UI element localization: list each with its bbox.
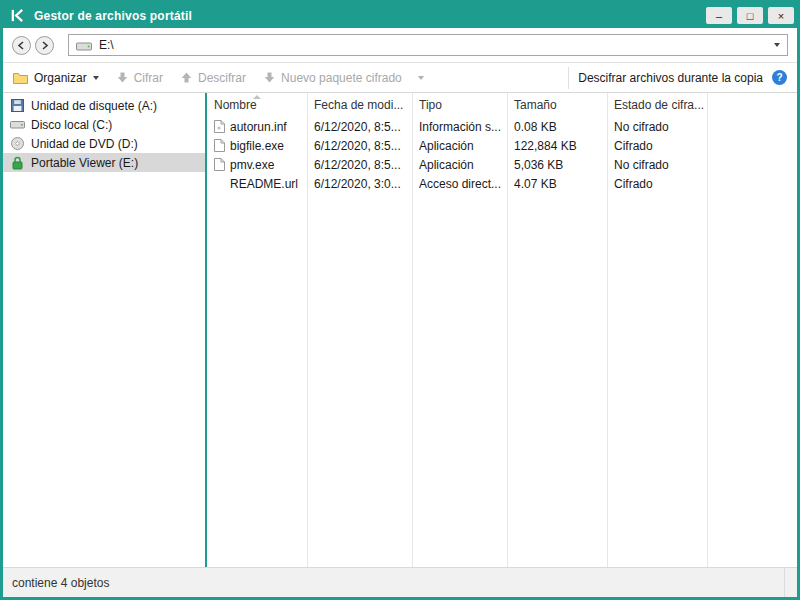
sort-ascending-icon	[253, 98, 261, 99]
new-encrypted-package-button[interactable]: Nuevo paquete cifrado	[264, 71, 424, 85]
file-type: Aplicación	[412, 158, 507, 172]
address-dropdown-icon[interactable]	[774, 43, 780, 47]
resize-grip[interactable]	[784, 568, 797, 597]
sidebar-item-floppy-a[interactable]: Unidad de disquete (A:)	[3, 96, 205, 115]
status-bar: contiene 4 objetos	[3, 567, 797, 597]
sidebar-item-dvd-d[interactable]: Unidad de DVD (D:)	[3, 134, 205, 153]
close-button[interactable]: ×	[768, 7, 794, 24]
forward-arrow-icon	[40, 41, 49, 50]
file-modified: 6/12/2020, 8:5...	[307, 139, 412, 153]
table-row[interactable]: pmv.exe 6/12/2020, 8:5... Aplicación 5,0…	[207, 155, 797, 174]
table-row[interactable]: README.url 6/12/2020, 3:0... Acceso dire…	[207, 174, 797, 193]
file-modified: 6/12/2020, 3:0...	[307, 177, 412, 191]
content-area: Unidad de disquete (A:) Disco local (C:)…	[3, 93, 797, 567]
floppy-drive-icon	[9, 99, 25, 112]
toolbar: Organizar Cifrar Descifrar Nuevo paquete…	[3, 62, 797, 93]
dvd-drive-icon	[9, 137, 25, 150]
decrypt-arrow-up-icon	[181, 72, 192, 83]
file-encryption-status: Cifrado	[607, 139, 707, 153]
organize-button[interactable]: Organizar	[13, 71, 99, 85]
file-name: README.url	[230, 177, 298, 191]
title-bar: Gestor de archivos portátil – □ ×	[3, 3, 797, 28]
toolbar-right-group: Descifrar archivos durante la copia ?	[568, 67, 787, 89]
table-row[interactable]: bigfile.exe 6/12/2020, 8:5... Aplicación…	[207, 136, 797, 155]
decrypt-button[interactable]: Descifrar	[181, 71, 246, 85]
column-header-modified[interactable]: Fecha de modi...	[307, 98, 412, 112]
column-header-name[interactable]: Nombre	[207, 98, 307, 112]
back-button[interactable]	[12, 36, 31, 55]
file-size: 5,036 KB	[507, 158, 607, 172]
file-type: Información s...	[412, 120, 507, 134]
file-encryption-status: Cifrado	[607, 177, 707, 191]
file-icon	[214, 120, 225, 133]
drives-sidebar: Unidad de disquete (A:) Disco local (C:)…	[3, 93, 205, 567]
file-name: autorun.inf	[230, 120, 287, 134]
column-header-type[interactable]: Tipo	[412, 98, 507, 112]
sidebar-item-portable-viewer-e[interactable]: Portable Viewer (E:)	[3, 153, 205, 172]
list-header: Nombre Fecha de modi... Tipo Tamaño Esta…	[207, 93, 797, 117]
sidebar-item-label: Portable Viewer (E:)	[31, 156, 138, 170]
new-encrypted-package-label: Nuevo paquete cifrado	[281, 71, 402, 85]
encrypt-label: Cifrar	[134, 71, 163, 85]
file-name-cell: autorun.inf	[207, 120, 307, 134]
window-controls: – □ ×	[706, 7, 794, 24]
file-modified: 6/12/2020, 8:5...	[307, 120, 412, 134]
organize-label: Organizar	[34, 71, 87, 85]
file-encryption-status: No cifrado	[607, 158, 707, 172]
drive-icon	[76, 40, 92, 51]
encrypt-button[interactable]: Cifrar	[117, 71, 163, 85]
hard-drive-icon	[9, 119, 25, 130]
encrypt-arrow-down-icon	[117, 72, 128, 83]
column-header-encryption-status[interactable]: Estado de cifra...	[607, 98, 707, 112]
file-modified: 6/12/2020, 8:5...	[307, 158, 412, 172]
sidebar-item-local-disk-c[interactable]: Disco local (C:)	[3, 115, 205, 134]
help-icon[interactable]: ?	[772, 70, 787, 85]
column-header-label: Nombre	[214, 98, 257, 112]
file-size: 4.07 KB	[507, 177, 607, 191]
file-icon	[214, 139, 225, 152]
sidebar-item-label: Unidad de DVD (D:)	[31, 137, 138, 151]
file-type: Aplicación	[412, 139, 507, 153]
file-icon	[214, 158, 225, 171]
file-name: pmv.exe	[230, 158, 274, 172]
file-encryption-status: No cifrado	[607, 120, 707, 134]
forward-button[interactable]	[35, 36, 54, 55]
column-header-size[interactable]: Tamaño	[507, 98, 607, 112]
new-package-dropdown-icon[interactable]	[418, 76, 424, 80]
sidebar-item-label: Disco local (C:)	[31, 118, 112, 132]
minimize-button[interactable]: –	[706, 7, 732, 24]
portable-file-manager-window: Gestor de archivos portátil – □ × E:\	[0, 0, 800, 600]
maximize-button[interactable]: □	[737, 7, 763, 24]
file-type: Acceso direct...	[412, 177, 507, 191]
back-arrow-icon	[17, 41, 26, 50]
file-name: bigfile.exe	[230, 139, 284, 153]
sidebar-item-label: Unidad de disquete (A:)	[31, 99, 157, 113]
navigation-bar: E:\	[3, 28, 797, 62]
package-arrow-down-icon	[264, 72, 275, 83]
file-size: 122,884 KB	[507, 139, 607, 153]
lock-drive-icon	[9, 156, 25, 170]
decrypt-on-copy-option[interactable]: Descifrar archivos durante la copia	[578, 71, 763, 85]
address-bar[interactable]: E:\	[68, 34, 788, 56]
address-path: E:\	[99, 38, 114, 52]
file-name-cell: bigfile.exe	[207, 139, 307, 153]
organize-dropdown-icon	[93, 76, 99, 80]
decrypt-label: Descifrar	[198, 71, 246, 85]
file-size: 0.08 KB	[507, 120, 607, 134]
table-row[interactable]: autorun.inf 6/12/2020, 8:5... Informació…	[207, 117, 797, 136]
toolbar-separator	[568, 67, 569, 89]
window-title: Gestor de archivos portátil	[34, 9, 192, 23]
file-name-cell: pmv.exe	[207, 158, 307, 172]
file-name-cell: README.url	[207, 177, 307, 191]
folder-icon	[13, 72, 28, 84]
status-text: contiene 4 objetos	[12, 576, 109, 590]
kaspersky-logo-icon	[10, 8, 25, 23]
file-list: Nombre Fecha de modi... Tipo Tamaño Esta…	[207, 93, 797, 567]
